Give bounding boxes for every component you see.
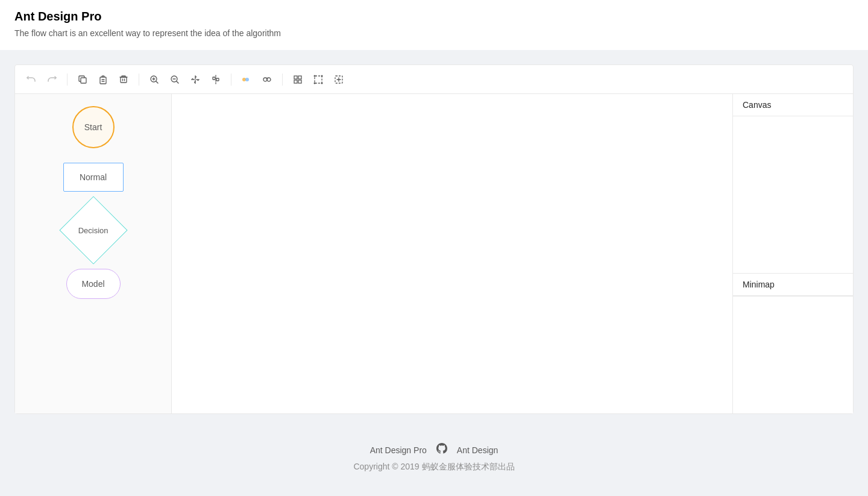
toolbar-separator-3 [231,74,231,86]
svg-point-19 [263,78,267,81]
node-normal-label: Normal [80,172,107,182]
page-header: Ant Design Pro The flow chart is an exce… [0,0,868,50]
ungroup-button[interactable] [258,71,276,89]
footer: Ant Design Pro Ant Design Copyright © 20… [0,429,868,482]
toolbar [15,65,853,94]
undo-button[interactable] [22,71,40,89]
node-start-label: Start [84,122,102,132]
node-start[interactable]: Start [72,106,115,148]
page-title: Ant Design Pro [14,10,854,24]
footer-copyright: Copyright © 2019 蚂蚁金服体验技术部出品 [0,462,868,472]
zoom-out-button[interactable] [166,71,184,89]
select-all-button[interactable] [289,71,307,89]
svg-rect-0 [81,78,86,83]
canvas-section-title: Canvas [733,94,853,116]
canvas-area[interactable] [172,94,732,413]
svg-rect-22 [298,76,301,79]
select-edges-button[interactable] [309,71,327,89]
toolbar-separator-2 [139,74,139,86]
select-nodes-button[interactable] [330,71,348,89]
svg-point-18 [245,78,249,81]
node-decision-label: Decision [78,225,108,234]
editor-body: Start Normal Decision Model Canvas [15,94,853,413]
fit-button[interactable] [186,71,204,89]
svg-point-28 [314,82,316,84]
svg-rect-4 [121,77,127,83]
footer-link-ant-design-pro[interactable]: Ant Design Pro [370,445,427,455]
node-decision[interactable]: Decision [59,196,127,264]
svg-rect-24 [298,80,301,83]
group-button[interactable] [237,71,256,89]
redo-button[interactable] [43,71,61,89]
svg-rect-15 [213,77,215,80]
minimap-section-title: Minimap [733,274,853,296]
svg-point-27 [321,75,323,77]
svg-point-29 [321,82,323,84]
editor-wrapper: Start Normal Decision Model Canvas [14,64,854,414]
node-normal[interactable]: Normal [63,163,124,192]
svg-rect-1 [100,77,106,84]
minimap-section: Minimap [733,274,853,297]
footer-links: Ant Design Pro Ant Design [0,443,868,457]
svg-line-13 [177,81,178,83]
svg-rect-16 [216,78,219,81]
left-panel: Start Normal Decision Model [15,94,172,413]
svg-rect-25 [315,76,322,83]
canvas-content [733,116,853,273]
github-icon[interactable] [436,443,447,457]
svg-line-10 [156,81,158,83]
svg-point-20 [267,78,271,81]
node-model[interactable]: Model [66,269,121,299]
canvas-section: Canvas [733,94,853,274]
toolbar-separator-1 [67,74,68,86]
toolbar-separator-4 [282,74,283,86]
align-button[interactable] [207,71,225,89]
svg-rect-23 [294,80,297,83]
node-model-label: Model [81,279,104,289]
svg-rect-21 [294,76,297,79]
paste-button[interactable] [94,71,112,89]
delete-button[interactable] [115,71,133,89]
zoom-in-button[interactable] [145,71,163,89]
copy-button[interactable] [74,71,92,89]
svg-point-26 [314,75,316,77]
page-subtitle: The flow chart is an excellent way to re… [14,28,854,38]
footer-link-ant-design[interactable]: Ant Design [457,445,498,455]
right-panel: Canvas Minimap [732,94,853,413]
